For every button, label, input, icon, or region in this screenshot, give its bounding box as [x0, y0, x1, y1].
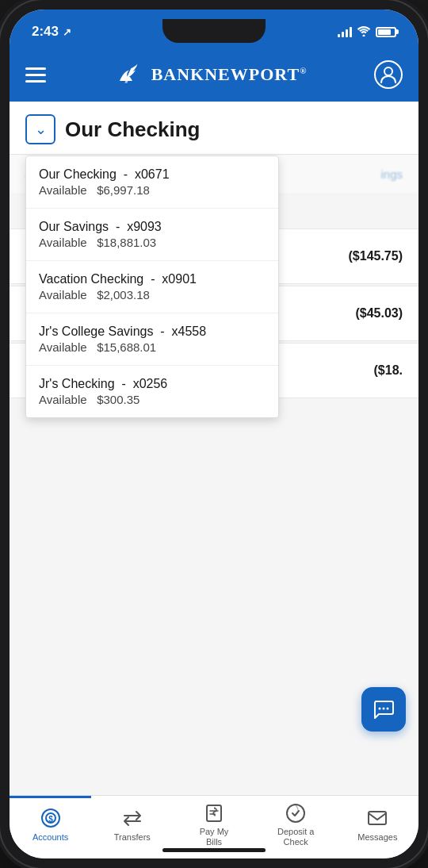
nav-item-messages[interactable]: Messages [337, 796, 418, 852]
nav-item-accounts[interactable]: $ Accounts [10, 796, 91, 852]
account-dropdown-menu: Our Checking - x0671 Available $6,997.18 [25, 156, 279, 418]
transaction-3-amount: ($18. [374, 363, 403, 378]
location-icon: ↗ [63, 26, 71, 38]
pay-bills-nav-label: Pay MyBills [200, 827, 229, 847]
account-option-3-balance: Available $2,003.18 [39, 288, 266, 301]
hamburger-menu-button[interactable] [25, 67, 46, 83]
account-option-4-balance: Available $15,688.01 [39, 340, 266, 354]
account-option-1-balance: Available $6,997.18 [39, 183, 266, 197]
battery-icon [376, 27, 396, 37]
messages-nav-label: Messages [357, 832, 397, 843]
signal-bar-1 [338, 34, 340, 37]
account-option-2-name: Our Savings - x9093 [39, 220, 266, 234]
menu-line-3 [25, 80, 46, 83]
account-option-1[interactable]: Our Checking - x0671 Available $6,997.18 [26, 156, 278, 209]
svg-point-0 [363, 34, 365, 36]
status-time: 2:43 ↗ [32, 24, 71, 40]
account-option-5-name: Jr's Checking - x0256 [39, 377, 266, 391]
signal-bar-3 [346, 29, 348, 37]
home-indicator [162, 848, 266, 852]
transaction-2-amount: ($45.03) [355, 306, 403, 321]
account-option-2-balance: Available $18,881.03 [39, 236, 266, 249]
bank-name-2: EWPORT [218, 64, 300, 84]
transfers-nav-label: Transfers [114, 832, 151, 843]
account-option-2[interactable]: Our Savings - x9093 Available $18,881.03 [26, 209, 278, 261]
transaction-1-amount: ($145.75) [349, 249, 403, 263]
account-dropdown-button[interactable]: ⌄ [25, 114, 55, 144]
nav-item-deposit[interactable]: Deposit aCheck [255, 796, 337, 852]
deposit-nav-label: Deposit aCheck [277, 827, 314, 847]
svg-text:$: $ [48, 815, 53, 824]
account-option-3-name: Vacation Checking - x0901 [39, 272, 266, 286]
user-profile-button[interactable] [374, 60, 403, 89]
bank-name-text: BANKNEWPORT® [151, 64, 308, 85]
account-selector-header: ⌄ Our Checking [25, 114, 403, 144]
account-option-5-balance: Available $300.35 [39, 393, 266, 406]
bank-logo-bird-icon [113, 59, 145, 90]
account-option-1-name: Our Checking - x0671 [39, 167, 266, 182]
accounts-icon: $ [40, 807, 62, 829]
account-option-5[interactable]: Jr's Checking - x0256 Available $300.35 [26, 366, 278, 417]
signal-icon [338, 26, 352, 37]
messages-icon [366, 807, 388, 829]
deposit-check-icon [285, 803, 307, 824]
svg-point-4 [387, 708, 389, 710]
user-icon [380, 66, 396, 83]
bank-logo: BANKNEWPORT® [113, 59, 308, 90]
signal-bar-4 [350, 27, 352, 37]
nav-item-transfers[interactable]: Transfers [91, 796, 173, 852]
notch [162, 19, 266, 43]
bank-name: ANK [163, 64, 204, 84]
signal-bar-2 [342, 32, 344, 37]
svg-point-1 [384, 67, 392, 75]
svg-point-3 [383, 708, 385, 710]
pay-bills-icon [203, 803, 225, 824]
status-icons [338, 25, 396, 39]
chat-bubble-icon [373, 698, 395, 720]
menu-line-1 [25, 67, 46, 70]
chat-button[interactable] [361, 687, 406, 732]
nav-item-pay-bills[interactable]: Pay MyBills [173, 796, 254, 852]
transfers-icon [121, 807, 143, 829]
phone-screen: 2:43 ↗ [10, 10, 418, 858]
account-option-4-name: Jr's College Savings - x4558 [39, 325, 266, 339]
svg-point-8 [287, 805, 304, 822]
svg-point-2 [379, 708, 381, 710]
selected-account-title: Our Checking [65, 117, 200, 142]
menu-line-2 [25, 74, 46, 76]
account-option-4[interactable]: Jr's College Savings - x4558 Available $… [26, 313, 278, 366]
account-selector-area: ⌄ Our Checking Our Checking - x0671 Avai… [10, 102, 418, 155]
account-option-3[interactable]: Vacation Checking - x0901 Available $2,0… [26, 261, 278, 313]
chevron-down-icon: ⌄ [35, 122, 47, 136]
wifi-icon [357, 25, 371, 39]
main-content: ⌄ Our Checking Our Checking - x0671 Avai… [10, 102, 418, 795]
phone-frame: 2:43 ↗ [0, 0, 428, 868]
accounts-nav-label: Accounts [32, 832, 68, 843]
view-savings-link: ings [380, 167, 403, 181]
clock: 2:43 [32, 24, 59, 40]
app-header: BANKNEWPORT® [10, 49, 418, 102]
svg-rect-9 [369, 812, 386, 824]
